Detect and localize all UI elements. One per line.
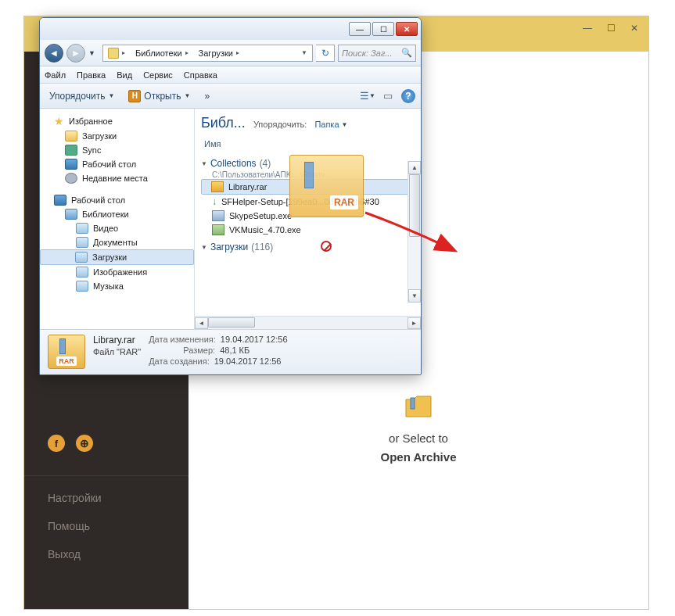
menu-help[interactable]: Справка <box>184 70 217 80</box>
addr-root[interactable]: ▸ <box>103 48 131 59</box>
bg-minimize-button[interactable]: — <box>576 20 598 36</box>
forward-button[interactable]: ► <box>66 44 85 63</box>
help-button[interactable]: ? <box>400 88 416 104</box>
chevron-icon: ▸ <box>122 49 125 56</box>
tree-item-images[interactable]: Изображения <box>40 265 194 279</box>
menu-view[interactable]: Вид <box>117 70 132 80</box>
addr-downloads[interactable]: Загрузки ▸ <box>194 48 245 58</box>
tree-item-downloads-selected[interactable]: Загрузки <box>40 249 194 265</box>
file-list-pane: Библ... Упорядочить: Папка ▼ Имя ▼Collec… <box>195 109 421 329</box>
downloads-icon <box>75 252 88 263</box>
drop-text-line1: or Select to <box>389 432 448 445</box>
group-collections[interactable]: ▼Collections (4) <box>201 153 418 170</box>
tree-item-music[interactable]: Музыка <box>40 279 194 293</box>
installer-icon <box>212 224 224 235</box>
tree-item-recent[interactable]: Недавние места <box>40 171 194 185</box>
music-icon <box>76 281 88 292</box>
globe-icon[interactable]: ⊕ <box>76 435 93 452</box>
tree-item-documents[interactable]: Документы <box>40 235 194 249</box>
group-count: (4) <box>260 158 271 169</box>
addr-dropdown[interactable]: ▼ <box>296 49 312 56</box>
tree-libraries[interactable]: Библиотеки <box>40 207 194 221</box>
tree-item-desktop[interactable]: Рабочий стол <box>40 157 194 171</box>
vertical-scrollbar[interactable]: ▲ ▼ <box>408 161 421 303</box>
preview-pane-button[interactable]: ▭ <box>380 88 396 104</box>
chevron-down-icon: ▼ <box>184 92 190 99</box>
open-button[interactable]: HОткрыть ▼ <box>124 88 195 104</box>
menu-tools[interactable]: Сервис <box>143 70 173 80</box>
clock-icon <box>65 173 77 184</box>
video-icon <box>76 223 88 234</box>
search-input[interactable]: Поиск: Заг... 🔍 <box>338 45 416 62</box>
refresh-button[interactable]: ↻ <box>316 45 335 62</box>
facebook-icon[interactable]: f <box>48 435 65 452</box>
tree-item-sync[interactable]: Sync <box>40 143 194 157</box>
details-label: Размер: <box>149 346 215 355</box>
expand-icon: ▼ <box>201 244 207 251</box>
group-count: (116) <box>251 242 273 252</box>
chevron-icon: ▸ <box>185 49 188 56</box>
content-header: Библ... Упорядочить: Папка ▼ <box>195 109 421 134</box>
details-value: 48,1 КБ <box>220 346 250 355</box>
details-value: 19.04.2017 12:56 <box>214 356 282 366</box>
details-filetype: Файл "RAR" <box>93 347 141 356</box>
nav-tree[interactable]: ★Избранное Загрузки Sync Рабочий стол Не… <box>40 109 195 329</box>
organize-button[interactable]: Упорядочить ▼ <box>45 89 119 103</box>
scroll-thumb[interactable] <box>409 174 420 237</box>
documents-icon <box>76 237 88 248</box>
sidebar-divider <box>24 475 188 476</box>
scroll-thumb[interactable] <box>208 317 255 328</box>
sidebar-link-help[interactable]: Помощь <box>24 512 188 540</box>
back-button[interactable]: ◄ <box>45 44 63 63</box>
exe-icon <box>212 210 224 221</box>
images-icon <box>76 267 88 278</box>
menu-bar: Файл Правка Вид Сервис Справка <box>40 66 421 84</box>
rar-badge: RAR <box>56 356 77 366</box>
sidebar-link-exit[interactable]: Выход <box>24 540 188 568</box>
libraries-icon <box>65 209 77 220</box>
group-downloads[interactable]: ▼Загрузки (116) <box>201 237 418 254</box>
archive-folder-icon <box>403 390 434 421</box>
menu-file[interactable]: Файл <box>45 70 66 80</box>
history-dropdown[interactable]: ▼ <box>88 49 99 57</box>
group-path: C:\Пользователи\AПK\...\Roami... <box>201 170 418 179</box>
minimize-button[interactable]: — <box>349 22 371 36</box>
horizontal-scrollbar[interactable]: ◄ ► <box>195 316 421 329</box>
help-icon: ? <box>401 89 415 103</box>
scroll-right-button[interactable]: ► <box>408 317 421 329</box>
explorer-body: ★Избранное Загрузки Sync Рабочий стол Не… <box>40 109 421 329</box>
close-button[interactable]: ✕ <box>396 22 418 36</box>
tree-item-downloads[interactable]: Загрузки <box>40 129 194 143</box>
address-bar[interactable]: ▸ Библиотеки ▸ Загрузки ▸ ▼ <box>102 45 313 62</box>
explorer-titlebar[interactable]: — ☐ ✕ <box>40 18 421 40</box>
search-icon[interactable]: 🔍 <box>401 48 412 58</box>
file-vkmusic[interactable]: VKMusic_4.70.exe <box>201 223 418 237</box>
file-skypesetup[interactable]: SkypeSetup.exe <box>201 209 418 223</box>
nav-bar: ◄ ► ▼ ▸ Библиотеки ▸ Загрузки ▸ ▼ ↻ Поис… <box>40 40 421 66</box>
toolbar-more[interactable]: » <box>199 89 214 103</box>
tree-item-video[interactable]: Видео <box>40 221 194 235</box>
scroll-down-button[interactable]: ▼ <box>408 289 421 303</box>
maximize-button[interactable]: ☐ <box>372 22 394 36</box>
bg-close-button[interactable]: ✕ <box>623 20 645 36</box>
addr-libraries[interactable]: Библиотеки ▸ <box>131 48 194 58</box>
sort-dropdown[interactable]: Папка ▼ <box>314 120 347 129</box>
sort-label: Упорядочить: <box>253 120 307 129</box>
bg-maximize-button[interactable]: ☐ <box>600 20 622 36</box>
desktop-icon <box>65 159 77 170</box>
file-library-rar[interactable]: Library.rar <box>201 179 418 195</box>
view-mode-button[interactable]: ☰ ▼ <box>360 88 375 104</box>
scroll-up-button[interactable]: ▲ <box>408 161 421 174</box>
sidebar-link-settings[interactable]: Настройки <box>24 484 188 512</box>
column-name[interactable]: Имя <box>201 138 418 152</box>
tree-desktop-root[interactable]: Рабочий стол <box>40 193 194 207</box>
drop-text: or Select to Open Archive <box>381 429 457 467</box>
menu-edit[interactable]: Правка <box>77 70 106 80</box>
details-filename: Library.rar <box>93 335 141 346</box>
details-pane: RAR Library.rar Файл "RAR" Дата изменени… <box>40 329 421 374</box>
file-sfhelper[interactable]: ↓SFHelper-Setup-[199ea0...0d4bf7db6#30 <box>201 195 418 209</box>
tree-favorites[interactable]: ★Избранное <box>40 113 194 129</box>
file-list[interactable]: Имя ▼Collections (4) C:\Пользователи\AПK… <box>195 134 421 316</box>
details-label: Дата создания: <box>149 356 210 366</box>
scroll-left-button[interactable]: ◄ <box>195 317 208 329</box>
